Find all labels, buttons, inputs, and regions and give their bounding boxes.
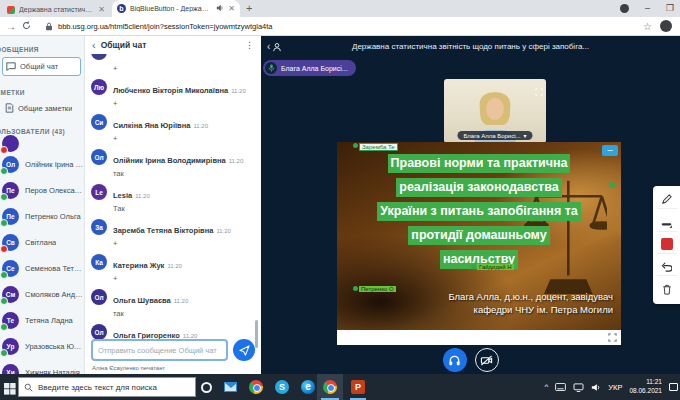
sidebar-item-shared-notes[interactable]: Общие заметки (2, 100, 81, 116)
chrome-icon-active (323, 380, 337, 394)
send-message-button[interactable] (233, 339, 255, 361)
bookmark-star-icon[interactable]: ☆ (643, 21, 652, 32)
webcam-name-label[interactable]: Блага Алла Борисі...▾ (457, 131, 532, 140)
action-bar (261, 348, 680, 372)
browser-tab-1[interactable]: Державна статистична звітніст... ✕ (2, 2, 110, 17)
public-chat-label: Общий чат (20, 62, 58, 71)
undo-button[interactable] (657, 258, 677, 276)
minimize-presentation-button[interactable]: – (602, 145, 618, 156)
user-list: Ол Олійник Ірина Во... Пе Перов Олександ… (0, 135, 84, 374)
chat-message: За Заремба Тетяна Вікторівна11:20 + (91, 219, 255, 248)
user-status-badge (0, 219, 8, 227)
browser-tab-2-active[interactable]: b BigBlueButton - Державна с... ✕ (112, 0, 240, 17)
user-avatar (2, 135, 19, 152)
slide-title-line: реалізація законодавства (396, 178, 561, 197)
user-status-badge (0, 146, 8, 154)
taskbar-clock[interactable]: 11:21 08.06.2021 (629, 378, 662, 396)
network-icon[interactable] (573, 383, 584, 392)
user-list-item[interactable]: Ур Уразовська Юлія ... (0, 333, 84, 359)
user-list-item[interactable]: Ол Олійник Ірина Во... (0, 151, 84, 177)
chat-message: Ол Ольга Шуваєва11:20 так (91, 289, 255, 318)
clock-time: 11:21 (629, 378, 662, 387)
user-list-item[interactable]: Хи Хижняк Наталія (0, 359, 84, 374)
user-status-badge (0, 349, 8, 357)
taskbar-search-box[interactable]: Введите здесь текст для поиска (18, 377, 196, 397)
volume-icon[interactable] (591, 383, 601, 392)
chrome-active-window-button[interactable] (317, 374, 343, 400)
shared-notes-label: Общие заметки (18, 104, 72, 113)
forward-icon[interactable]: → (6, 21, 16, 32)
user-avatar: Пе (2, 182, 19, 199)
webcam-fullscreen-icon[interactable] (535, 82, 543, 100)
user-avatar: Ур (2, 338, 19, 355)
remote-cursor-haididei: Гайдидей Н (471, 264, 514, 270)
new-tab-button[interactable]: + (246, 2, 252, 14)
tray-expand-chevron[interactable]: ^ (545, 382, 549, 391)
cortana-button[interactable] (198, 379, 214, 395)
user-list-item[interactable]: См Смоляков Андрій (0, 281, 84, 307)
browser-tab-strip: Державна статистична звітніст... ✕ b Big… (0, 0, 680, 17)
meeting-main-area: ‹ Державна статистична звітність щодо пи… (261, 36, 680, 374)
webcam-video[interactable]: Блага Алла Борисі...▾ (444, 79, 546, 143)
window-minimize-button[interactable]: – (645, 2, 650, 14)
clear-annotations-button[interactable] (657, 281, 677, 299)
user-list-item[interactable]: Пе Перов Олександр... (0, 177, 84, 203)
chrome-pinned-button[interactable] (248, 379, 264, 395)
chat-message-input[interactable] (91, 339, 228, 361)
skype-button[interactable]: S (274, 379, 290, 395)
user-avatar: Се (2, 260, 19, 277)
windows-logo-icon (4, 383, 16, 395)
browser-profile-avatar[interactable] (660, 20, 672, 32)
user-list-item[interactable]: Св Світлана (0, 229, 84, 255)
message-text: + (113, 274, 255, 283)
mail-icon (224, 382, 237, 392)
search-icon (24, 383, 33, 392)
fit-to-screen-icon[interactable] (608, 333, 617, 342)
bbb-app: СООБЩЕНИЯ Общий чат ЗАМЕТКИ Общие заметк… (0, 36, 680, 374)
talking-indicator[interactable]: Блага Алла Борисі... (263, 60, 356, 76)
toggle-userlist-button[interactable]: ‹ (267, 41, 282, 52)
user-list-item[interactable]: Се Семенова Тетяна (0, 255, 84, 281)
user-status-badge (0, 193, 8, 201)
thickness-tool-button[interactable] (657, 214, 677, 232)
tab2-close-icon[interactable]: ✕ (228, 4, 235, 13)
user-avatar: Пе (2, 208, 19, 225)
powerpoint-button[interactable]: P (346, 374, 370, 400)
user-name: Світлана (25, 238, 56, 247)
url-text[interactable]: bbb.usg.org.ua/html5client/join?sessionT… (58, 22, 643, 31)
start-button[interactable] (4, 381, 16, 399)
slide-title-line: України з питань запобігання та (377, 202, 581, 221)
keyboard-icon[interactable] (555, 383, 566, 391)
webcam-off-icon (480, 354, 493, 367)
chat-menu-icon[interactable]: ⋮ (245, 40, 254, 50)
color-swatch-button[interactable] (657, 236, 677, 254)
chat-back-icon[interactable]: ‹ (92, 39, 96, 51)
action-center-icon[interactable] (669, 383, 678, 391)
tab1-title: Державна статистична звітніст... (19, 6, 94, 13)
chat-panel: ‹ Общий чат ⋮ + Лю (86, 36, 260, 374)
sidebar-item-public-chat[interactable]: Общий чат (2, 57, 81, 76)
window-restore-button[interactable]: ❐ (666, 2, 674, 14)
reload-icon[interactable] (22, 21, 31, 32)
tab1-close-icon[interactable]: ✕ (98, 5, 105, 14)
edge-button[interactable]: e (300, 379, 316, 395)
chat-message: Ка Катерина Жук11:20 + (91, 254, 255, 283)
notes-header: ЗАМЕТКИ (0, 89, 84, 96)
pencil-tool-button[interactable] (657, 191, 677, 209)
message-text: + (113, 64, 255, 73)
mail-app-button[interactable] (222, 379, 238, 395)
language-indicator[interactable]: УКР (608, 383, 622, 392)
user-list-item[interactable] (0, 135, 84, 151)
message-avatar: Le (91, 184, 107, 200)
message-text: Так (113, 204, 255, 213)
user-list-item[interactable]: Пе Петренко Ольга (0, 203, 84, 229)
message-author: Заремба Тетяна Вікторівна11:20 (113, 226, 231, 235)
user-list-item[interactable]: Те Тетяна Ладна (0, 307, 84, 333)
webcam-toggle-button[interactable] (475, 348, 499, 372)
user-status-badge (0, 297, 8, 305)
chat-scrollbar[interactable] (255, 320, 258, 348)
audio-button[interactable] (443, 348, 467, 372)
window-menu-dot[interactable] (620, 4, 629, 13)
chat-message-list: + Лю Любченко Вікторія Миколаївна11:20 +… (91, 54, 255, 344)
message-time: 11:20 (193, 123, 208, 129)
